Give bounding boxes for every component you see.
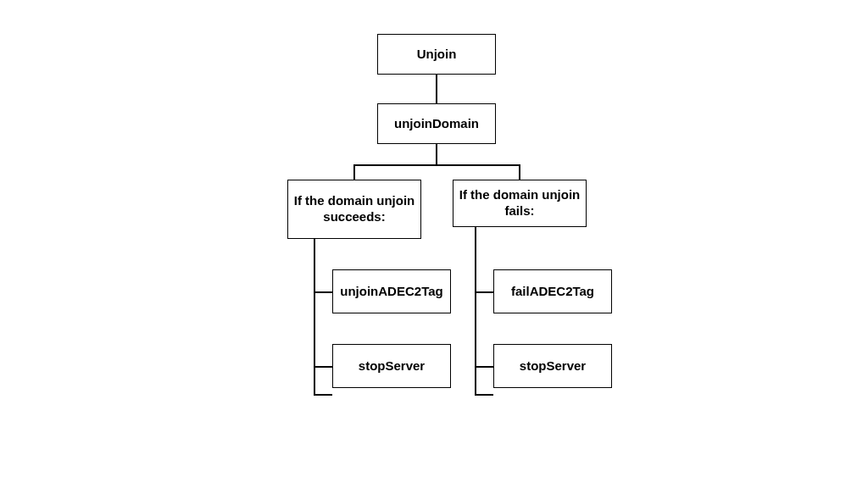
- connector-success-bottom: [314, 394, 332, 396]
- connector-success-to-step1: [314, 291, 332, 293]
- node-fail-step1-label: failADEC2Tag: [511, 284, 594, 300]
- node-success-step2-label: stopServer: [359, 358, 425, 374]
- connector-split-horizontal: [353, 164, 520, 166]
- connector-fail-bus: [475, 227, 476, 395]
- node-unjoin-label: Unjoin: [417, 47, 457, 63]
- connector-root-to-unjoindomain: [436, 75, 437, 103]
- node-success-branch: If the domain unjoin succeeds:: [287, 180, 421, 239]
- connector-unjoindomain-down: [436, 144, 437, 164]
- node-unjoindomain: unjoinDomain: [377, 103, 496, 144]
- node-unjoindomain-label: unjoinDomain: [394, 116, 479, 132]
- connector-success-to-step2: [314, 366, 332, 368]
- node-fail-branch-label: If the domain unjoin fails:: [459, 187, 581, 219]
- node-fail-branch: If the domain unjoin fails:: [453, 180, 587, 227]
- node-success-branch-label: If the domain unjoin succeeds:: [293, 193, 415, 225]
- connector-fail-bottom: [475, 394, 493, 396]
- node-success-step1-label: unjoinADEC2Tag: [340, 284, 442, 300]
- connector-success-bus: [314, 239, 315, 395]
- node-fail-step2: stopServer: [493, 344, 612, 388]
- connector-fail-to-step2: [475, 366, 493, 368]
- node-success-step1: unjoinADEC2Tag: [332, 269, 451, 313]
- node-fail-step1: failADEC2Tag: [493, 269, 612, 313]
- connector-fail-to-step1: [475, 291, 493, 293]
- node-fail-step2-label: stopServer: [520, 358, 586, 374]
- connector-to-success: [353, 164, 355, 180]
- connector-to-fail: [519, 164, 520, 180]
- node-success-step2: stopServer: [332, 344, 451, 388]
- node-unjoin: Unjoin: [377, 34, 496, 75]
